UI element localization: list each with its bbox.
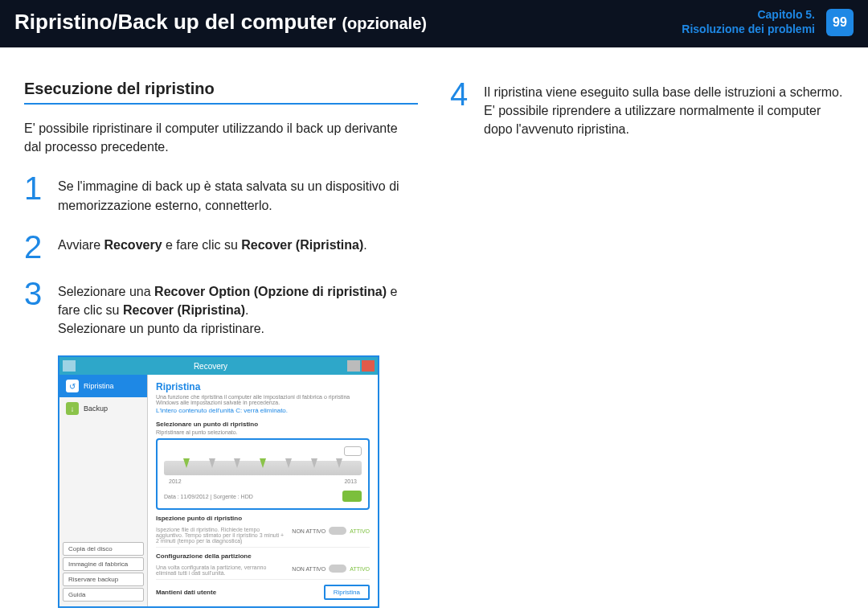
text-fragment: . <box>363 238 366 252</box>
restore-button[interactable]: Ripristina <box>324 585 370 600</box>
window-titlebar: Recovery <box>59 357 378 375</box>
toggle-row-inspect: Ispezione file di ripristino. Richiede t… <box>156 524 370 548</box>
sidebar-top: ↺ Ripristina ↓ Backup <box>59 375 147 420</box>
step-number: 3 <box>24 279 47 339</box>
toggle-on-label: ATTIVO <box>350 566 370 572</box>
restore-point-pin[interactable] <box>234 458 240 468</box>
step-body: Il ripristina viene eseguito sulla base … <box>484 80 844 139</box>
sidebar-item-restore[interactable]: ↺ Ripristina <box>59 375 147 397</box>
pane-warning: L'intero contenuto dell'unità C: verrà e… <box>156 407 370 414</box>
sidebar-item-backup[interactable]: ↓ Backup <box>59 397 147 420</box>
sidebar-bottom: Copia del disco Immagine di fabbrica Ris… <box>59 537 147 606</box>
section-title: Esecuzione del ripristino <box>24 80 418 105</box>
step-body: Se l'immagine di back up è stata salvata… <box>58 174 418 214</box>
toggle-row-partition: Una volta configurata la partizione, ver… <box>156 561 370 580</box>
chapter-line1: Capitolo 5. <box>682 8 815 23</box>
restore-icon: ↺ <box>66 380 79 392</box>
text-fragment: Avviare <box>58 238 104 252</box>
step-number: 1 <box>24 174 47 214</box>
pane-desc: Una funzione che ripristina il computer … <box>156 394 370 405</box>
page-title: Ripristino/Back up del computer (opziona… <box>14 10 427 35</box>
page-header: Ripristino/Back up del computer (opziona… <box>0 0 868 47</box>
text-fragment: e fare clic su <box>162 238 242 252</box>
text-fragment: Selezionare un punto da ripristinare. <box>58 322 264 335</box>
restore-point-pin[interactable] <box>311 458 317 468</box>
window-title: Recovery <box>76 362 346 371</box>
sidebar-link[interactable]: Guida <box>63 588 144 602</box>
app-icon <box>63 360 76 372</box>
restore-point-pin[interactable] <box>183 458 190 468</box>
timeline-track[interactable] <box>164 461 362 475</box>
sidebar-link[interactable]: Copia del disco <box>63 542 144 556</box>
chapter-line2: Risoluzione dei problemi <box>682 23 815 37</box>
toggle-off-label: NON ATTIVO <box>292 528 326 534</box>
restore-point-pin[interactable] <box>285 458 292 468</box>
bold-fragment: Recover (Ripristina) <box>123 303 245 317</box>
toggle-inspect[interactable]: NON ATTIVO ATTIVO <box>292 527 370 535</box>
right-column: 4 Il ripristina viene eseguito sulla bas… <box>450 80 844 608</box>
section-select-point: Selezionare un punto di ripristino <box>156 421 370 428</box>
text-fragment: Il ripristina viene eseguito sulla base … <box>484 85 842 99</box>
backup-icon: ↓ <box>66 402 79 415</box>
header-right: Capitolo 5. Risoluzione dei problemi 99 <box>682 8 854 36</box>
sidebar-item-label: Backup <box>84 405 108 413</box>
toggle-desc: Una volta configurata la partizione, ver… <box>156 565 285 576</box>
sidebar-link[interactable]: Riservare backup <box>63 573 144 586</box>
timeline-box: 2012 2013 Data : 11/09/2012 | Sorgente :… <box>156 438 370 510</box>
keep-data-label: Mantieni dati utente <box>156 589 216 596</box>
sidebar: ↺ Ripristina ↓ Backup Copia del disco Im… <box>59 375 148 606</box>
section-inspect: Ispezione punto di ripristino <box>156 515 370 522</box>
left-column: Esecuzione del ripristino E' possibile r… <box>24 80 418 608</box>
text-fragment: Selezionare una <box>58 285 154 298</box>
content-pane: Ripristina Una funzione che ripristina i… <box>148 375 378 606</box>
restore-point-pin[interactable] <box>336 458 342 468</box>
step-4: 4 Il ripristina viene eseguito sulla bas… <box>450 80 844 139</box>
bold-fragment: Recovery <box>104 238 162 252</box>
step-number: 4 <box>450 80 473 139</box>
toggle-knob <box>329 527 346 535</box>
window-body: ↺ Ripristina ↓ Backup Copia del disco Im… <box>59 375 378 606</box>
pane-footer: Mantieni dati utente Ripristina <box>156 585 370 600</box>
step-body: Avviare Recovery e fare clic su Recover … <box>58 232 367 261</box>
step-2: 2 Avviare Recovery e fare clic su Recove… <box>24 232 418 261</box>
section-sub: Ripristinare al punto selezionato. <box>156 429 370 435</box>
disk-icon[interactable] <box>344 446 362 456</box>
intro-text: E' possibile ripristinare il computer ut… <box>24 119 418 156</box>
chapter-info: Capitolo 5. Risoluzione dei problemi <box>682 8 815 36</box>
bold-fragment: Recover Option (Opzione di ripristina) <box>154 285 387 298</box>
text-fragment: E' possibile riprendere a utilizzare nor… <box>484 104 821 136</box>
timeline-bottom: Data : 11/09/2012 | Sorgente : HDD <box>164 491 362 502</box>
toggle-off-label: NON ATTIVO <box>292 566 326 572</box>
step-number: 2 <box>24 232 47 261</box>
toggle-desc: Ispezione file di ripristino. Richiede t… <box>156 527 285 544</box>
restore-point-pin[interactable] <box>209 458 215 468</box>
text-fragment: . <box>245 303 248 317</box>
recovery-screenshot: Recovery ↺ Ripristina ↓ Backup <box>58 355 379 608</box>
content-columns: Esecuzione del ripristino E' possibile r… <box>0 47 868 616</box>
pane-title: Ripristina <box>156 381 370 392</box>
step-1: 1 Se l'immagine di back up è stata salva… <box>24 174 418 214</box>
toggle-knob <box>329 565 346 573</box>
timeline-info: Data : 11/09/2012 | Sorgente : HDD <box>164 494 253 499</box>
title-subtitle: (opzionale) <box>342 14 427 32</box>
page-number-badge: 99 <box>826 9 854 36</box>
sidebar-link[interactable]: Immagine di fabbrica <box>63 557 144 571</box>
minimize-icon[interactable] <box>347 360 360 372</box>
close-icon[interactable] <box>362 360 375 372</box>
toggle-on-label: ATTIVO <box>350 528 370 534</box>
restore-point-pin[interactable] <box>260 458 266 468</box>
section-partition: Configurazione della partizione <box>156 552 370 560</box>
sidebar-item-label: Ripristina <box>84 382 114 390</box>
step-body: Selezionare una Recover Option (Opzione … <box>58 279 418 339</box>
go-button[interactable] <box>342 491 362 502</box>
timeline-years: 2012 2013 <box>164 478 362 484</box>
toggle-partition[interactable]: NON ATTIVO ATTIVO <box>292 565 370 573</box>
year-label: 2013 <box>344 478 357 484</box>
step-3: 3 Selezionare una Recover Option (Opzion… <box>24 279 418 339</box>
bold-fragment: Recover (Ripristina) <box>241 238 363 252</box>
year-label: 2012 <box>169 478 182 484</box>
title-main: Ripristino/Back up del computer <box>14 10 336 34</box>
